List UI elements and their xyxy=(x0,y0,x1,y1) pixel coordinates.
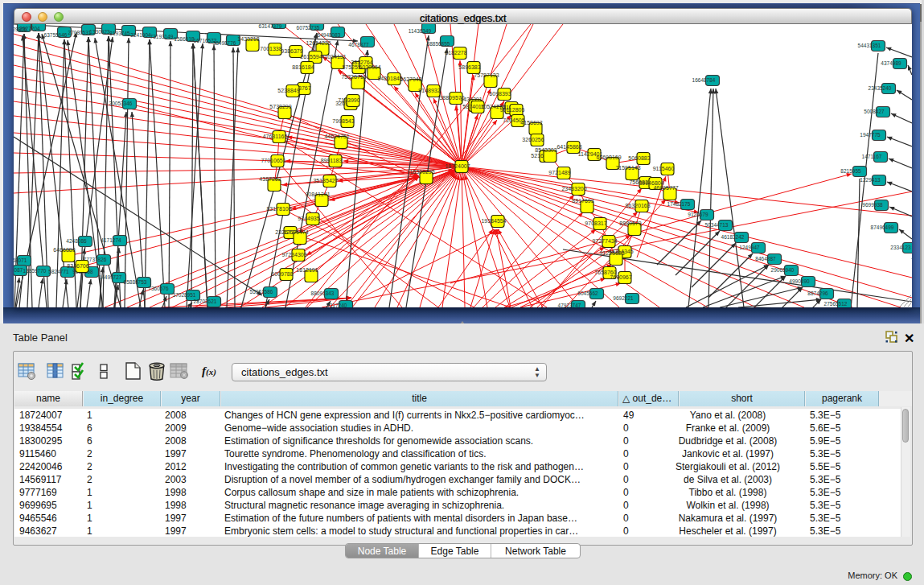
svg-text:11436349: 11436349 xyxy=(409,28,432,34)
svg-text:97234309: 97234309 xyxy=(281,252,306,257)
svg-text:65698169: 65698169 xyxy=(596,154,621,160)
svg-text:46183242: 46183242 xyxy=(721,234,745,240)
svg-text:44624751: 44624751 xyxy=(324,134,349,139)
svg-text:7360576: 7360576 xyxy=(148,286,169,291)
svg-text:8917693: 8917693 xyxy=(572,198,593,204)
svg-text:75787133: 75787133 xyxy=(474,72,499,78)
svg-text:18724007: 18724007 xyxy=(445,163,470,169)
svg-text:77010651: 77010651 xyxy=(261,158,285,163)
svg-text:41034131: 41034131 xyxy=(321,54,346,60)
svg-text:1471167: 1471167 xyxy=(862,154,882,159)
svg-text:6009788: 6009788 xyxy=(271,271,293,277)
svg-text:1586518: 1586518 xyxy=(174,36,195,42)
svg-text:6030564: 6030564 xyxy=(359,64,380,70)
svg-text:60752735: 60752735 xyxy=(297,25,320,31)
svg-text:7998543: 7998543 xyxy=(332,118,354,124)
svg-text:17482175: 17482175 xyxy=(667,201,691,207)
svg-text:9115460: 9115460 xyxy=(653,166,675,171)
svg-text:5238849: 5238849 xyxy=(277,88,299,93)
svg-text:8991183: 8991183 xyxy=(321,158,343,163)
svg-text:20053346: 20053346 xyxy=(109,101,133,106)
svg-text:3260256: 3260256 xyxy=(522,137,544,142)
svg-text:8215955: 8215955 xyxy=(840,168,861,174)
svg-text:6045562: 6045562 xyxy=(577,290,598,296)
svg-text:6466889: 6466889 xyxy=(53,247,75,253)
svg-text:90112805: 90112805 xyxy=(500,107,525,113)
svg-text:9244935: 9244935 xyxy=(298,216,319,221)
svg-text:5060883: 5060883 xyxy=(628,155,650,161)
svg-text:9692221: 9692221 xyxy=(613,295,634,301)
svg-text:88091343: 88091343 xyxy=(311,290,335,296)
svg-text:29065940: 29065940 xyxy=(771,267,795,273)
svg-text:65886753: 65886753 xyxy=(124,279,147,285)
svg-text:9120679: 9120679 xyxy=(688,212,708,217)
svg-text:8182278: 8182278 xyxy=(445,50,466,56)
svg-text:86320163: 86320163 xyxy=(625,203,650,208)
svg-text:9708317: 9708317 xyxy=(585,220,606,226)
svg-text:1229413: 1229413 xyxy=(860,177,881,183)
svg-text:1433218: 1433218 xyxy=(237,36,259,42)
svg-text:47923747: 47923747 xyxy=(558,303,581,308)
svg-text:18300295: 18300295 xyxy=(409,169,434,175)
svg-text:8889579: 8889579 xyxy=(619,220,641,226)
svg-text:7117240: 7117240 xyxy=(327,303,347,308)
svg-text:8464887: 8464887 xyxy=(755,256,776,262)
svg-text:91223623: 91223623 xyxy=(599,250,624,256)
svg-text:71595148: 71595148 xyxy=(615,165,640,171)
svg-text:23433200: 23433200 xyxy=(561,186,586,192)
svg-text:12654235: 12654235 xyxy=(306,40,331,46)
svg-text:9699938: 9699938 xyxy=(862,202,883,208)
svg-text:4171274: 4171274 xyxy=(101,237,121,243)
svg-text:50344713: 50344713 xyxy=(705,222,729,228)
svg-text:5008427: 5008427 xyxy=(864,109,885,114)
svg-text:63755646: 63755646 xyxy=(44,32,68,38)
svg-text:64948083: 64948083 xyxy=(318,32,341,38)
svg-text:97277434: 97277434 xyxy=(592,238,617,244)
svg-text:2627204: 2627204 xyxy=(19,26,40,31)
svg-text:88856855: 88856855 xyxy=(427,41,450,47)
svg-text:94801845: 94801845 xyxy=(377,76,402,81)
svg-text:6098393: 6098393 xyxy=(489,91,511,97)
svg-text:4248086: 4248086 xyxy=(66,238,87,244)
svg-text:14499727: 14499727 xyxy=(99,274,122,280)
svg-text:4387262: 4387262 xyxy=(259,176,281,182)
svg-text:5738299: 5738299 xyxy=(269,104,291,109)
svg-text:8346706: 8346706 xyxy=(67,263,88,269)
svg-text:37028951: 37028951 xyxy=(173,292,196,298)
svg-text:9721489: 9721489 xyxy=(548,170,570,175)
svg-text:5824771: 5824771 xyxy=(48,269,69,274)
svg-text:87496499: 87496499 xyxy=(871,225,894,230)
svg-text:4158692: 4158692 xyxy=(520,120,542,126)
svg-text:9148932: 9148932 xyxy=(418,88,440,93)
svg-text:19384554: 19384554 xyxy=(481,218,506,224)
svg-text:2334123: 2334123 xyxy=(890,245,911,250)
svg-text:8193745: 8193745 xyxy=(109,31,130,36)
svg-text:7193990: 7193990 xyxy=(338,97,359,103)
svg-text:8543303: 8543303 xyxy=(535,147,556,153)
svg-text:63147379: 63147379 xyxy=(259,24,282,29)
svg-text:75328710: 75328710 xyxy=(341,74,366,80)
svg-text:9386379: 9386379 xyxy=(281,48,302,54)
svg-text:23435240: 23435240 xyxy=(869,85,892,91)
svg-text:28702621: 28702621 xyxy=(194,299,217,304)
svg-text:7690967: 7690967 xyxy=(610,274,631,280)
svg-text:4990490: 4990490 xyxy=(789,278,810,284)
svg-text:1249947: 1249947 xyxy=(739,245,760,250)
svg-text:1947775: 1947775 xyxy=(860,132,881,138)
svg-text:5896383: 5896383 xyxy=(458,64,480,70)
svg-text:1812191: 1812191 xyxy=(296,267,318,273)
svg-text:77468071: 77468071 xyxy=(14,257,27,263)
svg-text:12606474: 12606474 xyxy=(283,229,308,235)
svg-text:55168087: 55168087 xyxy=(14,267,23,273)
svg-text:64145868: 64145868 xyxy=(556,144,581,150)
svg-text:8874296: 8874296 xyxy=(807,290,828,296)
svg-text:4374989: 4374989 xyxy=(881,60,901,66)
svg-text:38498776: 38498776 xyxy=(213,40,236,46)
svg-text:27080531: 27080531 xyxy=(68,30,92,35)
svg-text:83178108: 83178108 xyxy=(266,206,291,212)
svg-text:55961586: 55961586 xyxy=(250,289,273,295)
svg-text:7001338: 7001338 xyxy=(260,46,281,51)
svg-text:54431351: 54431351 xyxy=(858,43,881,48)
svg-text:13859770: 13859770 xyxy=(23,268,47,274)
svg-text:47631165: 47631165 xyxy=(263,134,288,139)
